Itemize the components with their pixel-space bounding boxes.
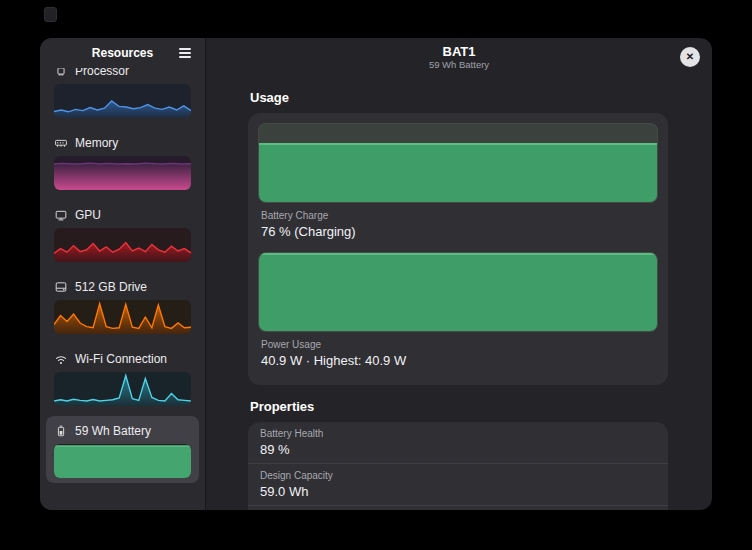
sidebar-item-label: 59 Wh Battery (75, 424, 151, 438)
sidebar-item-gpu[interactable]: GPU (46, 200, 199, 267)
sidebar-item-label: Processor (75, 68, 129, 78)
property-label: Battery Health (260, 428, 656, 440)
sidebar-item-label: Memory (75, 136, 118, 150)
gpu-icon (54, 208, 68, 222)
battery-charge-label: Battery Charge (261, 210, 655, 222)
power-usage-graph (258, 252, 658, 332)
sidebar-item-memory[interactable]: Memory (46, 128, 199, 195)
sidebar-list: Processor Memory (40, 68, 205, 510)
power-usage-fill (259, 253, 657, 331)
page-subtitle: 59 Wh Battery (429, 59, 489, 70)
battery-charge-panel: Battery Charge 76 % (Charging) (258, 123, 658, 246)
sidebar-item-label: Wi-Fi Connection (75, 352, 167, 366)
memory-icon (54, 136, 68, 150)
sidebar-item-battery[interactable]: 59 Wh Battery (46, 416, 199, 483)
property-row-charge-cycles: Charge Cycles 278 (248, 505, 668, 510)
sidebar-item-label: 512 GB Drive (75, 280, 147, 294)
gpu-graph (54, 228, 191, 262)
properties-card: Battery Health 89 % Design Capacity 59.0… (248, 422, 668, 510)
wifi-icon (54, 352, 68, 366)
processor-icon (54, 68, 68, 78)
processor-graph (54, 84, 191, 118)
battery-icon (54, 424, 68, 438)
resources-window: Resources Processor (40, 38, 712, 510)
sidebar-item-label-row: Processor (54, 68, 191, 81)
battery-charge-value: 76 % (Charging) (261, 224, 655, 240)
background-app-icon (44, 7, 57, 22)
battery-graph (54, 444, 191, 478)
property-value: 89 % (260, 442, 656, 458)
main-content: Usage Battery Charge 76 % (Charging) (206, 76, 712, 510)
battery-charge-fill (259, 143, 657, 202)
sidebar-item-label-row: 59 Wh Battery (54, 421, 191, 441)
sidebar: Resources Processor (40, 38, 206, 510)
close-icon: ✕ (686, 52, 694, 62)
usage-card: Battery Charge 76 % (Charging) Power Usa… (248, 113, 668, 385)
sidebar-item-label-row: GPU (54, 205, 191, 225)
close-button[interactable]: ✕ (680, 47, 700, 67)
memory-graph (54, 156, 191, 190)
power-usage-caption: Power Usage 40.9 W · Highest: 40.9 W (258, 332, 658, 375)
properties-heading: Properties (250, 399, 668, 414)
hamburger-menu-button[interactable] (173, 42, 197, 64)
main-header: BAT1 59 Wh Battery ✕ (206, 38, 712, 76)
power-usage-panel: Power Usage 40.9 W · Highest: 40.9 W (258, 252, 658, 375)
sidebar-item-label-row: Wi-Fi Connection (54, 349, 191, 369)
drive-icon (54, 280, 68, 294)
page-title: BAT1 (443, 44, 476, 59)
hamburger-icon (179, 48, 191, 58)
main-panel: BAT1 59 Wh Battery ✕ Usage Battery Charg… (206, 38, 712, 510)
sidebar-title: Resources (54, 46, 173, 60)
usage-heading: Usage (250, 90, 668, 105)
wifi-graph (54, 372, 191, 406)
battery-charge-caption: Battery Charge 76 % (Charging) (258, 203, 658, 246)
power-usage-label: Power Usage (261, 339, 655, 351)
sidebar-item-label-row: Memory (54, 133, 191, 153)
sidebar-item-wifi[interactable]: Wi-Fi Connection (46, 344, 199, 411)
property-row-battery-health: Battery Health 89 % (248, 422, 668, 463)
battery-charge-graph (258, 123, 658, 203)
property-label: Design Capacity (260, 470, 656, 482)
sidebar-item-label: GPU (75, 208, 101, 222)
sidebar-item-processor[interactable]: Processor (46, 68, 199, 123)
power-usage-value: 40.9 W · Highest: 40.9 W (261, 353, 655, 369)
sidebar-item-label-row: 512 GB Drive (54, 277, 191, 297)
sidebar-header: Resources (40, 38, 205, 68)
drive-graph (54, 300, 191, 334)
property-row-design-capacity: Design Capacity 59.0 Wh (248, 463, 668, 505)
property-value: 59.0 Wh (260, 484, 656, 500)
sidebar-item-drive[interactable]: 512 GB Drive (46, 272, 199, 339)
